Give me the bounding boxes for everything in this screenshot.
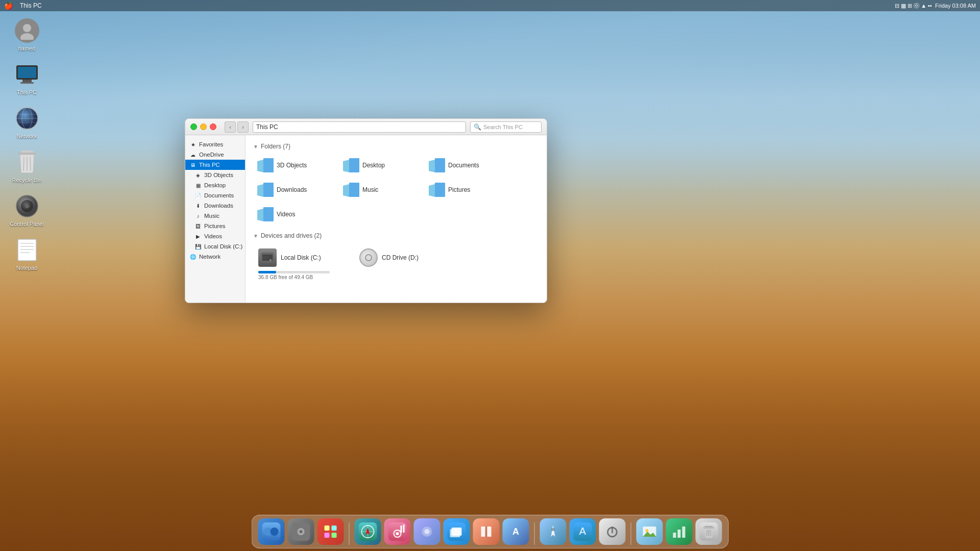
desktop-icon-hamed[interactable]: hamed: [8, 18, 46, 52]
folder-item-desktop[interactable]: Desktop: [339, 155, 421, 176]
dock-item-itunes[interactable]: [384, 518, 411, 545]
desktop-icon-this-pc[interactable]: This PC: [8, 62, 46, 95]
drive-item-local-disk-c[interactable]: Local Disk (C:) 36.8 GB free of 49.4 GB: [253, 244, 350, 284]
sidebar-item-onedrive[interactable]: ☁ OneDrive: [185, 149, 245, 160]
sidebar-item-music[interactable]: ♪ Music: [185, 211, 245, 221]
sidebar-item-local-disk[interactable]: 💾 Local Disk (C:): [185, 241, 245, 252]
svg-rect-5: [20, 82, 34, 84]
folder-icon-pictures: [429, 183, 445, 197]
folders-section-header[interactable]: ▼ Folders (7): [253, 143, 539, 150]
hdd-icon: [258, 248, 277, 267]
dock-item-rocket[interactable]: [540, 518, 567, 545]
svg-rect-30: [263, 207, 274, 221]
folder-label-music: Music: [362, 186, 378, 193]
svg-rect-24: [263, 158, 274, 172]
desktop-icon-control-panel[interactable]: Control Panel: [8, 193, 46, 227]
apple-logo-icon[interactable]: 🍎: [4, 2, 13, 10]
folder-item-videos[interactable]: Videos: [253, 204, 335, 224]
folder-item-3d-objects[interactable]: 3D Objects: [253, 155, 335, 176]
svg-rect-44: [332, 525, 337, 531]
maximize-button[interactable]: [190, 123, 197, 130]
sidebar-item-desktop[interactable]: ▦ Desktop: [185, 180, 245, 190]
svg-rect-42: [322, 522, 340, 541]
folder-label-downloads: Downloads: [277, 186, 307, 193]
dock-item-photos[interactable]: [636, 518, 663, 545]
sidebar-item-this-pc-label: This PC: [199, 162, 220, 168]
svg-rect-87: [703, 527, 715, 529]
folder-icon-downloads: [257, 183, 274, 197]
dock-item-power[interactable]: [599, 518, 626, 545]
sidebar-item-downloads-label: Downloads: [204, 203, 233, 209]
dock-item-files[interactable]: [444, 518, 470, 545]
drives-section-label: Devices and drives (2): [261, 232, 322, 239]
dock-separator-1: [349, 522, 350, 545]
svg-rect-21: [20, 246, 34, 247]
folder-label-videos: Videos: [277, 211, 295, 218]
folder-icon-documents: [429, 158, 445, 172]
drives-section-header[interactable]: ▼ Devices and drives (2): [253, 232, 539, 239]
explorer-window: ‹ › This PC 🔍 Search This PC ★ Favorites…: [185, 118, 547, 303]
drive-c-progress-bg: [258, 271, 330, 273]
svg-text:A: A: [579, 525, 586, 537]
folder-item-pictures[interactable]: Pictures: [425, 180, 506, 200]
folder-item-downloads[interactable]: Downloads: [253, 180, 335, 200]
dock-item-safari[interactable]: [355, 518, 381, 545]
sidebar-item-downloads[interactable]: ⬇ Downloads: [185, 201, 245, 211]
sidebar-item-network[interactable]: 🌐 Network: [185, 252, 245, 262]
svg-rect-56: [403, 524, 405, 533]
desktop-icon-notepad-label: Notepad: [16, 265, 38, 271]
network-icon: 🌐: [189, 253, 197, 260]
dock-item-launchpad[interactable]: [317, 518, 344, 545]
svg-point-54: [396, 532, 399, 535]
dock-item-trash[interactable]: [696, 518, 722, 545]
drive-item-cd-d[interactable]: CD Drive (D:): [354, 244, 451, 284]
monitor-icon: [15, 64, 39, 85]
globe-icon: [15, 107, 39, 130]
svg-line-88: [707, 530, 707, 536]
sidebar-item-onedrive-label: OneDrive: [199, 152, 224, 158]
dock-item-appstore[interactable]: A: [570, 518, 596, 545]
folder-label-documents: Documents: [448, 162, 479, 169]
svg-rect-46: [332, 533, 337, 538]
folder-icon-3d-objects: [257, 158, 274, 172]
dock-item-chart[interactable]: [666, 518, 693, 545]
sidebar-item-pictures-label: Pictures: [204, 223, 226, 229]
music-icon: ♪: [194, 212, 202, 219]
sidebar-item-this-pc[interactable]: 🖥 This PC: [185, 160, 245, 170]
folder-item-documents[interactable]: Documents: [425, 155, 506, 176]
folder-label-desktop: Desktop: [362, 162, 385, 169]
drives-chevron-icon: ▼: [253, 233, 258, 239]
dock-item-store[interactable]: A: [503, 518, 529, 545]
sidebar-item-documents[interactable]: 📄 Documents: [185, 190, 245, 201]
dock-item-settings[interactable]: [288, 518, 314, 545]
sidebar-item-3d-objects[interactable]: ◈ 3D Objects: [185, 170, 245, 180]
dock-item-siri[interactable]: [414, 518, 440, 545]
downloads-icon: ⬇: [194, 202, 202, 209]
desktop-icon-notepad[interactable]: Notepad: [8, 237, 46, 271]
address-bar[interactable]: This PC: [253, 121, 466, 133]
folder-icon-desktop: [343, 158, 359, 172]
sidebar-item-pictures[interactable]: 🖼 Pictures: [185, 221, 245, 231]
close-button[interactable]: [210, 123, 216, 130]
folder-item-music[interactable]: Music: [339, 180, 421, 200]
svg-point-41: [300, 530, 303, 533]
dock-item-finder[interactable]: [258, 518, 285, 545]
minimize-button[interactable]: [200, 123, 207, 130]
dock-item-books[interactable]: [473, 518, 500, 545]
desktop-icon-recycle-bin[interactable]: Recycle Bin: [8, 149, 46, 183]
drive-d-name: CD Drive (D:): [382, 254, 419, 261]
sidebar-item-videos[interactable]: ▶ Videos: [185, 231, 245, 241]
drive-c-progress-fill: [258, 271, 276, 273]
search-box[interactable]: 🔍 Search This PC: [470, 121, 542, 133]
desktop-folder-icon: ▦: [194, 182, 202, 189]
folder-icon-videos: [257, 207, 274, 221]
svg-point-59: [425, 529, 430, 534]
3d-objects-icon: ◈: [194, 171, 202, 179]
svg-line-15: [30, 157, 31, 171]
sidebar-item-favorites[interactable]: ★ Favorites: [185, 139, 245, 149]
forward-button[interactable]: ›: [237, 121, 249, 133]
desktop-icon-network[interactable]: Network: [8, 106, 46, 139]
svg-rect-23: [20, 252, 30, 253]
datetime-display: Friday 03:08 AM: [935, 3, 976, 9]
back-button[interactable]: ‹: [225, 121, 236, 133]
